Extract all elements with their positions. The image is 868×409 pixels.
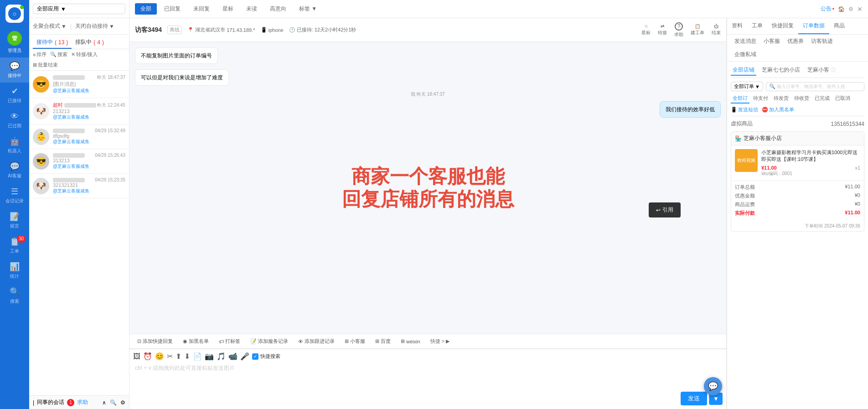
zhuanjie-button[interactable]: ⇄ 转接	[658, 24, 667, 36]
order-status-pending-recv[interactable]: 待收货	[792, 94, 811, 104]
add-quick-reply-button[interactable]: ⊡ 添加快捷回复	[133, 336, 177, 347]
right-tab-gongdan[interactable]: 工单	[747, 18, 767, 34]
sidebar-item-tongji[interactable]: 📊 统计	[0, 258, 29, 283]
weixin-button[interactable]: ⊞ weixin	[397, 337, 424, 346]
download-tool-icon[interactable]: ⬇	[184, 352, 190, 361]
chat-textarea[interactable]: ctrl + v 或拖拽到此处可直接粘贴发送图片	[133, 362, 723, 390]
float-chat-button[interactable]: 💬	[704, 377, 722, 395]
settings-icon[interactable]: ⚙	[848, 6, 853, 12]
quick-search-toggle[interactable]: ✓ 快捷搜索	[252, 353, 280, 360]
close-icon[interactable]: ✕	[857, 5, 863, 13]
right-tab-kuaijie[interactable]: 快捷回复	[767, 18, 798, 34]
sub-tab-coupon[interactable]: 优惠券	[784, 35, 807, 48]
file-tool-icon[interactable]: 📄	[193, 352, 202, 361]
jieshu-label: 结束	[712, 30, 721, 36]
list-item[interactable]: 😎 昨天 18:47:37 [图片消息] @芝麻云客服咸鱼	[29, 71, 129, 98]
upload-tool-icon[interactable]: ⬆	[176, 352, 181, 361]
emoji-tool-icon[interactable]: 😊	[155, 352, 164, 361]
qiuzhu-button[interactable]: ? 求助	[674, 22, 683, 38]
transfer-button[interactable]: ✕ 转接/接入	[71, 51, 98, 58]
order-status-all[interactable]: 全部订	[731, 94, 749, 104]
filter-tab-flagged[interactable]: 星标	[217, 3, 239, 15]
blacklist-button[interactable]: ◉ 加黑名单	[179, 336, 213, 347]
scissors-tool-icon[interactable]: ✂	[167, 352, 173, 361]
right-tab-ziliao[interactable]: 资料	[727, 18, 747, 34]
sidebar-item-jieda[interactable]: 💬 接待中	[0, 57, 29, 83]
right-tab-product[interactable]: 商品	[829, 18, 849, 34]
image-tool-icon[interactable]: 🖼	[133, 352, 140, 361]
music-tool-icon[interactable]: 🎵	[217, 352, 226, 361]
colleague-help[interactable]: 求助	[77, 399, 88, 406]
xingbiao-button[interactable]: ☆ 星标	[641, 24, 651, 36]
baidu-button[interactable]: ⊞ 百度	[371, 336, 395, 347]
batch-end-button[interactable]: ⊠ 批量结束	[33, 62, 58, 68]
sub-tab-send-msg[interactable]: 发送消息	[731, 35, 760, 48]
list-item[interactable]: 👶 04/29 15:32:49 dfgsdfg @芝麻云客服咸鱼	[29, 124, 129, 149]
mic-tool-icon[interactable]: 🎤	[240, 352, 249, 361]
list-item[interactable]: 🐶 超时 昨天 12:24:45 213213 @芝麻云客服咸鱼	[29, 98, 129, 124]
contact-msg: [图片消息]	[53, 81, 125, 88]
filter-tab-unreplied[interactable]: 未回复	[188, 3, 215, 15]
photo-tool-icon[interactable]: 📷	[205, 352, 214, 361]
sidebar-item-label: 机器人	[8, 148, 21, 154]
clock-tool-icon[interactable]: ⏰	[143, 352, 152, 361]
service-log-button[interactable]: 📝 添加服务记录	[246, 336, 292, 347]
store-tab-qiqi[interactable]: 芝麻七七的小店	[760, 65, 802, 76]
order-status-pending-ship[interactable]: 待发货	[772, 94, 790, 104]
mode-tag[interactable]: 全聚合模式 ▼	[33, 22, 67, 30]
right-tab-orderdata[interactable]: 订单数据	[798, 18, 829, 34]
order-status-pending-pay[interactable]: 待支付	[751, 94, 770, 104]
store-tab-xiao[interactable]: 芝麻小客 ⓘ	[806, 65, 837, 76]
shipping-value: ¥0	[855, 201, 860, 208]
send-button[interactable]: 发送	[681, 392, 707, 405]
avatar: 👶	[33, 129, 49, 145]
filter-tab-replied[interactable]: 已回复	[159, 3, 186, 15]
add-blacklist-button[interactable]: ⛔ 加入黑名单	[762, 106, 794, 113]
colleague-up-icon[interactable]: ∧	[102, 399, 106, 406]
colleague-settings-icon[interactable]: ⚙	[120, 399, 125, 406]
auto-receive-toggle[interactable]: 关闭自动接待 ▼	[75, 22, 114, 30]
sidebar-item-aikefu[interactable]: 💬 AI客服	[0, 158, 29, 183]
sub-tab-kefu[interactable]: 小客服	[760, 35, 784, 48]
jieda-icon: 💬	[10, 61, 20, 71]
order-status-done[interactable]: 已完成	[813, 94, 832, 104]
video-tool-icon[interactable]: 📹	[228, 352, 238, 361]
context-menu-item-quote[interactable]: ↩ 引用	[649, 204, 681, 216]
sub-tab-qiwei[interactable]: 企微私域	[731, 48, 760, 61]
jiangongdan-button[interactable]: 📋 建工单	[691, 24, 704, 36]
order-status-cancelled[interactable]: 已取消	[833, 94, 852, 104]
more-button[interactable]: 快捷 > ▶	[426, 336, 454, 347]
filter-tab-unread[interactable]: 未读	[241, 3, 263, 15]
list-item[interactable]: 😎 04/29 15:26:43 313213 @芝麻云客服咸鱼	[29, 149, 129, 174]
colleague-search-icon[interactable]: 🔍	[110, 399, 117, 406]
sms-label: 发送短信	[738, 106, 758, 113]
filter-tab-tags[interactable]: 标签 ▼	[294, 3, 322, 15]
search-button[interactable]: 🔍 搜索	[50, 51, 67, 58]
sub-tab-track[interactable]: 访客轨迹	[807, 35, 837, 48]
sidebar-item-huihua[interactable]: ☰ 会话记录	[0, 183, 29, 208]
store-tab-all[interactable]: 全部店铺	[731, 65, 756, 76]
sidebar-item-jiqiren[interactable]: 🤖 机器人	[0, 133, 29, 158]
sidebar-item-gongdan[interactable]: 📋 工单 30	[0, 233, 29, 258]
avatar[interactable]: 管	[7, 31, 22, 46]
follow-button[interactable]: 👁 添加跟进记录	[294, 336, 339, 347]
filter-tab-high[interactable]: 高意向	[264, 3, 292, 15]
search-icon: 🔍	[769, 83, 775, 89]
sidebar-item-liuyan[interactable]: 📝 留言	[0, 208, 29, 233]
send-sms-button[interactable]: 📱 发送短信	[731, 106, 758, 113]
list-item[interactable]: 🐶 04/29 15:23:35 321321321 @芝麻云客服咸鱼	[29, 174, 129, 198]
filter-tab-all[interactable]: 全部	[135, 3, 157, 15]
tag-button[interactable]: 🏷 打标签	[215, 336, 244, 347]
kefu-button[interactable]: ⊞ 小客服	[341, 336, 369, 347]
sidebar-item-sousuo[interactable]: 🔍 搜索	[0, 283, 29, 308]
announce-button[interactable]: 公告 •	[821, 5, 834, 13]
sidebar-item-yiguoqi[interactable]: 👁 已过期	[0, 108, 29, 133]
jieshu-button[interactable]: ⏻ 结束	[712, 24, 721, 36]
order-search-input[interactable]: 🔍 输入订单号、物流单号、收件人姓	[766, 82, 864, 91]
tab-jieda[interactable]: 接待中 ( 13 )	[33, 36, 72, 49]
order-filter-select[interactable]: 全部订单 ▼	[731, 82, 763, 91]
sort-button[interactable]: ≡ 排序	[33, 51, 46, 58]
sidebar-item-yijie[interactable]: ✔ 已接待	[0, 83, 29, 108]
tab-paizai[interactable]: 排队中 ( 4 )	[72, 36, 108, 49]
mode-select[interactable]: 全部应用 ▼	[33, 4, 125, 14]
